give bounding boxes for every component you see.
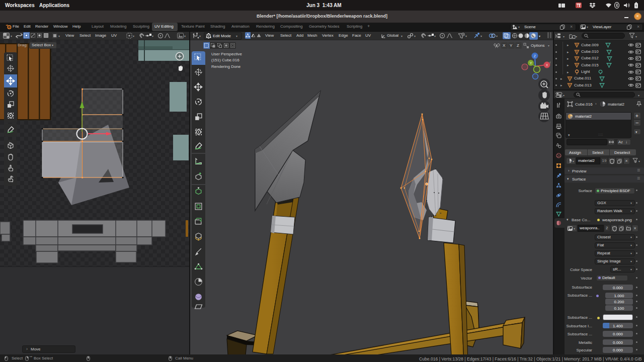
svg-text:X: X (546, 63, 548, 67)
svg-text:Y: Y (530, 61, 532, 65)
svg-text:Z: Z (534, 54, 536, 58)
